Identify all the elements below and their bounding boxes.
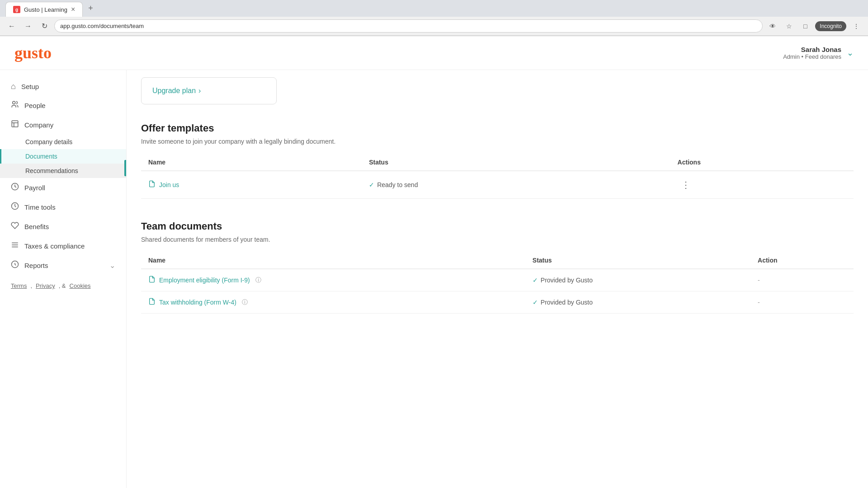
reports-icon [11, 260, 19, 271]
tab-title: Gusto | Learning [24, 6, 67, 13]
team-doc-row-0-name: Employment eligibility (Form I-9) [159, 277, 250, 284]
offer-templates-desc: Invite someone to join your company with… [141, 138, 854, 145]
company-icon [11, 120, 19, 130]
team-col-action: Action [750, 252, 854, 269]
team-doc-row-0-action: - [758, 277, 760, 284]
team-doc-action-cell: - [750, 269, 854, 291]
sidebar-item-reports[interactable]: Reports ⌄ [0, 256, 126, 275]
main-content: Upgrade plan › Offer templates Invite so… [127, 70, 868, 488]
sidebar-subitem-documents[interactable]: Documents [0, 149, 126, 164]
user-name: Sarah Jonas [783, 46, 841, 53]
checkmark-icon: ✓ [533, 299, 538, 306]
team-doc-row-1-name: Tax withholding (Form W-4) [159, 299, 236, 306]
info-icon[interactable]: ⓘ [242, 298, 248, 306]
team-doc-row-0-status: Provided by Gusto [541, 277, 593, 284]
sidebar-label-reports: Reports [24, 262, 48, 269]
sidebar-label-people: People [24, 102, 46, 109]
close-tab-button[interactable]: × [71, 6, 75, 13]
privacy-link[interactable]: Privacy [36, 282, 55, 289]
sidebar-label-benefits: Benefits [24, 223, 49, 230]
back-button[interactable]: ← [5, 20, 18, 33]
upgrade-plan-text: Upgrade plan [152, 87, 196, 95]
svg-point-0 [13, 101, 15, 104]
sidebar-subitem-company-details[interactable]: Company details [0, 135, 126, 149]
svg-rect-1 [12, 121, 18, 127]
sidebar-item-benefits[interactable]: Benefits [0, 217, 126, 236]
status-cell: ✓ Provided by Gusto [533, 299, 743, 306]
table-row: Tax withholding (Form W-4) ⓘ ✓ Provided … [141, 291, 854, 314]
incognito-badge: Incognito [815, 21, 846, 31]
taxes-icon [11, 241, 19, 251]
menu-button[interactable]: ⋮ [850, 20, 863, 33]
sidebar-label-company-details: Company details [25, 138, 72, 145]
reports-expand-icon: ⌄ [109, 261, 115, 270]
team-documents-title: Team documents [141, 221, 854, 232]
team-col-name: Name [141, 252, 525, 269]
sidebar-item-people[interactable]: People [0, 96, 126, 115]
chevron-down-icon: ⌄ [847, 48, 854, 58]
sidebar-subitem-recommendations[interactable]: Recommendations [0, 164, 126, 178]
status-cell: ✓ Provided by Gusto [533, 277, 743, 284]
document-icon [148, 298, 156, 307]
address-bar: ← → ↻ 👁 ☆ □ Incognito ⋮ [0, 17, 868, 36]
actions-menu-button[interactable]: ⋮ [678, 178, 694, 192]
offer-actions-cell: ⋮ [670, 171, 854, 199]
i9-form-link[interactable]: Employment eligibility (Form I-9) ⓘ [148, 276, 518, 285]
offer-col-status: Status [362, 154, 670, 171]
team-documents-table: Name Status Action [141, 252, 854, 314]
offer-name-cell: Join us [141, 171, 362, 199]
upgrade-plan-link[interactable]: Upgrade plan › [152, 87, 265, 95]
info-icon[interactable]: ⓘ [255, 276, 261, 284]
team-doc-name-cell: Employment eligibility (Form I-9) ⓘ [141, 269, 525, 291]
sidebar-label-setup: Setup [21, 83, 39, 90]
forward-button[interactable]: → [22, 20, 34, 33]
w4-form-link[interactable]: Tax withholding (Form W-4) ⓘ [148, 298, 518, 307]
tab-bar: g Gusto | Learning × + [0, 0, 868, 17]
document-icon [148, 180, 156, 189]
table-row: Join us ✓ Ready to send ⋮ [141, 171, 854, 199]
app-header: gusto Sarah Jonas Admin • Feed donares ⌄ [0, 36, 868, 70]
sidebar-item-taxes[interactable]: Taxes & compliance [0, 236, 126, 256]
extension-icon[interactable]: □ [799, 20, 811, 33]
bookmark-icon[interactable]: ☆ [783, 20, 795, 33]
cookies-link[interactable]: Cookies [70, 282, 91, 289]
eye-slash-icon[interactable]: 👁 [766, 20, 779, 33]
sidebar-label-recommendations: Recommendations [25, 167, 78, 174]
team-documents-section: Team documents Shared documents for memb… [127, 210, 868, 324]
team-doc-row-1-status: Provided by Gusto [541, 299, 593, 306]
offer-col-name: Name [141, 154, 362, 171]
sidebar-item-setup[interactable]: ⌂ Setup [0, 77, 126, 96]
sidebar-label-taxes: Taxes & compliance [24, 242, 85, 250]
offer-row-status: Ready to send [377, 181, 418, 188]
team-doc-status-cell: ✓ Provided by Gusto [525, 269, 750, 291]
sidebar: ⌂ Setup People Company Company deta [0, 70, 127, 488]
upgrade-arrow-icon: › [198, 87, 201, 95]
offer-status-cell: ✓ Ready to send [362, 171, 670, 199]
team-documents-desc: Shared documents for members of your tea… [141, 236, 854, 243]
user-role: Admin • Feed donares [783, 53, 841, 60]
heart-icon [11, 221, 19, 232]
footer-links: Terms, Privacy , & Cookies [0, 275, 126, 296]
new-tab-button[interactable]: + [83, 0, 99, 17]
sidebar-label-time-tools: Time tools [24, 203, 56, 211]
terms-link[interactable]: Terms [11, 282, 27, 289]
home-icon: ⌂ [11, 82, 16, 91]
reload-button[interactable]: ↻ [38, 20, 51, 33]
offer-col-actions: Actions [670, 154, 854, 171]
people-icon [11, 100, 19, 111]
sidebar-item-payroll[interactable]: Payroll [0, 178, 126, 197]
user-menu[interactable]: Sarah Jonas Admin • Feed donares ⌄ [783, 46, 854, 60]
browser-chrome: g Gusto | Learning × + ← → ↻ 👁 ☆ □ Incog… [0, 0, 868, 36]
clock-icon [11, 202, 19, 212]
team-doc-action-cell-2: - [750, 291, 854, 314]
favicon: g [13, 6, 20, 13]
sidebar-item-time-tools[interactable]: Time tools [0, 197, 126, 217]
team-doc-row-1-action: - [758, 299, 760, 306]
sidebar-label-documents: Documents [25, 153, 57, 160]
user-details: Sarah Jonas Admin • Feed donares [783, 46, 841, 60]
url-input[interactable] [54, 19, 763, 33]
logo[interactable]: gusto [14, 43, 52, 62]
offer-row-name: Join us [159, 181, 179, 188]
join-us-link[interactable]: Join us [148, 180, 354, 189]
sidebar-item-company[interactable]: Company [0, 115, 126, 135]
